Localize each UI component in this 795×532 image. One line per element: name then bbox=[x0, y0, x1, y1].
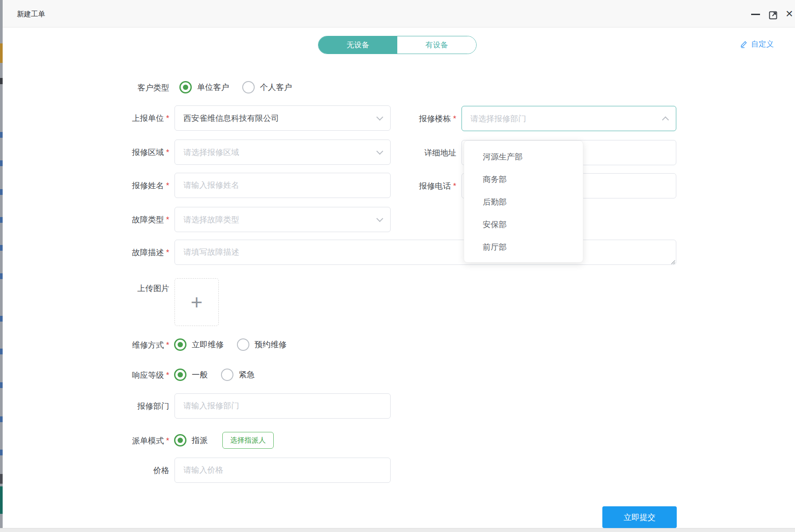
minimize-button[interactable] bbox=[749, 9, 762, 19]
plus-icon: + bbox=[191, 292, 203, 312]
sliver-blue-dot bbox=[0, 273, 3, 279]
repair-name-label: 报修姓名* bbox=[67, 180, 169, 190]
repair-building-dropdown-panel: 河源生产部 商务部 后勤部 安保部 前厅部 bbox=[464, 140, 583, 263]
dispatch-mode-label: 派单模式* bbox=[67, 435, 169, 446]
required-asterisk: * bbox=[166, 341, 169, 350]
sliver-blue-dot bbox=[0, 450, 3, 455]
sliver-gold-segment bbox=[0, 43, 3, 63]
response-level-radio-group: 一般 紧急 bbox=[174, 369, 255, 381]
radio-appointment-repair[interactable] bbox=[237, 338, 249, 351]
device-tabs: 无设备 有设备 bbox=[318, 36, 477, 54]
minimize-icon bbox=[751, 14, 760, 15]
response-level-label: 响应等级* bbox=[67, 370, 169, 380]
sliver-dark-segment bbox=[0, 78, 3, 84]
background-page-sliver bbox=[0, 0, 3, 528]
sliver-blue-dot bbox=[0, 245, 3, 251]
sliver-blue-dot bbox=[0, 189, 3, 195]
sliver-blue-dot bbox=[0, 316, 3, 322]
sliver-blue-dot bbox=[0, 349, 3, 354]
required-asterisk: * bbox=[166, 148, 169, 157]
sliver-blue-dot bbox=[0, 160, 3, 166]
radio-urgent-level-label[interactable]: 紧急 bbox=[239, 369, 255, 380]
radio-personal-customer[interactable] bbox=[242, 81, 255, 93]
required-asterisk: * bbox=[166, 248, 169, 257]
repair-department-label: 报修部门 bbox=[67, 401, 169, 411]
dropdown-item[interactable]: 河源生产部 bbox=[464, 146, 583, 168]
radio-normal-level[interactable] bbox=[174, 369, 186, 381]
fault-desc-label: 故障描述* bbox=[67, 247, 169, 257]
close-button[interactable]: × bbox=[786, 6, 795, 21]
required-asterisk: * bbox=[166, 114, 169, 123]
sliver-teal-segment bbox=[0, 486, 3, 514]
repair-area-label: 报修区域* bbox=[67, 147, 169, 157]
fault-desc-textarea[interactable] bbox=[175, 240, 676, 265]
required-asterisk: * bbox=[453, 182, 456, 191]
tab-has-device[interactable]: 有设备 bbox=[397, 36, 476, 54]
radio-normal-level-label[interactable]: 一般 bbox=[192, 369, 208, 380]
price-input[interactable] bbox=[175, 458, 391, 483]
repair-mode-radio-group: 立即维修 预约维修 bbox=[174, 338, 287, 351]
sliver-blue-dot bbox=[0, 416, 3, 422]
submit-button[interactable]: 立即提交 bbox=[602, 506, 677, 528]
repair-area-placeholder: 请选择报修区域 bbox=[183, 147, 239, 158]
maximize-button[interactable] bbox=[768, 9, 779, 20]
detail-address-label: 详细地址 bbox=[354, 148, 456, 158]
tab-no-device[interactable]: 无设备 bbox=[318, 36, 397, 54]
textarea-resize-handle[interactable] bbox=[670, 259, 675, 264]
required-asterisk: * bbox=[166, 436, 169, 446]
choose-assignee-button[interactable]: 选择指派人 bbox=[222, 432, 274, 449]
sliver-blue-dot bbox=[0, 132, 3, 138]
repair-building-select[interactable]: 请选择报修部门 bbox=[461, 106, 676, 131]
required-asterisk: * bbox=[453, 114, 456, 124]
customize-label: 自定义 bbox=[751, 39, 774, 49]
dropdown-item[interactable]: 前厅部 bbox=[464, 236, 583, 259]
chevron-up-icon bbox=[663, 117, 668, 122]
price-label: 价格 bbox=[67, 465, 169, 475]
radio-immediate-repair[interactable] bbox=[174, 338, 186, 351]
radio-assign-label[interactable]: 指派 bbox=[192, 435, 208, 446]
repair-department-input[interactable] bbox=[175, 393, 391, 419]
edit-pencil-icon bbox=[740, 40, 748, 48]
radio-unit-customer[interactable] bbox=[179, 81, 192, 93]
repair-mode-label: 维修方式* bbox=[67, 340, 169, 350]
customize-button[interactable]: 自定义 bbox=[740, 39, 774, 49]
customer-type-radio-group: 单位客户 个人客户 bbox=[179, 81, 292, 93]
repair-building-label: 报修楼栋* bbox=[354, 113, 456, 124]
upload-box[interactable]: + bbox=[175, 278, 219, 326]
sliver-blue-dot bbox=[0, 382, 3, 388]
upload-image-label: 上传图片 bbox=[67, 283, 169, 293]
repair-phone-label: 报修电话* bbox=[354, 181, 456, 191]
dispatch-mode-radio-group: 指派 bbox=[174, 434, 208, 447]
new-workorder-dialog: 新建工单 × 无设备 有设备 自定义 客户类型 单位客户 bbox=[0, 0, 795, 532]
maximize-icon bbox=[768, 9, 779, 20]
fault-type-placeholder: 请选择故障类型 bbox=[183, 214, 239, 225]
radio-urgent-level[interactable] bbox=[221, 369, 233, 381]
dropdown-item[interactable]: 后勤部 bbox=[464, 191, 583, 214]
window-title: 新建工单 bbox=[17, 10, 45, 19]
close-icon: × bbox=[786, 7, 793, 20]
dropdown-item[interactable]: 安保部 bbox=[464, 214, 583, 236]
dropdown-item[interactable]: 商务部 bbox=[464, 168, 583, 191]
fault-type-select[interactable]: 请选择故障类型 bbox=[175, 207, 391, 232]
sliver-darkgray-segment bbox=[0, 474, 3, 484]
fault-type-label: 故障类型* bbox=[67, 214, 169, 225]
radio-assign[interactable] bbox=[174, 434, 186, 447]
bottom-edge-strip bbox=[0, 528, 795, 532]
customer-type-label: 客户类型 bbox=[67, 82, 169, 93]
radio-personal-customer-label[interactable]: 个人客户 bbox=[260, 82, 292, 93]
required-asterisk: * bbox=[166, 215, 169, 225]
repair-building-placeholder: 请选择报修部门 bbox=[470, 113, 526, 124]
sliver-blue-dot bbox=[0, 217, 3, 223]
radio-immediate-repair-label[interactable]: 立即维修 bbox=[192, 339, 224, 350]
report-unit-value: 西安雀维信息科技有限公司 bbox=[183, 113, 279, 124]
required-asterisk: * bbox=[166, 181, 169, 190]
report-unit-label: 上报单位* bbox=[67, 113, 169, 123]
radio-unit-customer-label[interactable]: 单位客户 bbox=[197, 82, 229, 93]
required-asterisk: * bbox=[166, 371, 169, 380]
window-titlebar: 新建工单 × bbox=[0, 0, 795, 27]
chevron-down-icon bbox=[377, 216, 382, 221]
radio-appointment-repair-label[interactable]: 预约维修 bbox=[255, 339, 287, 350]
